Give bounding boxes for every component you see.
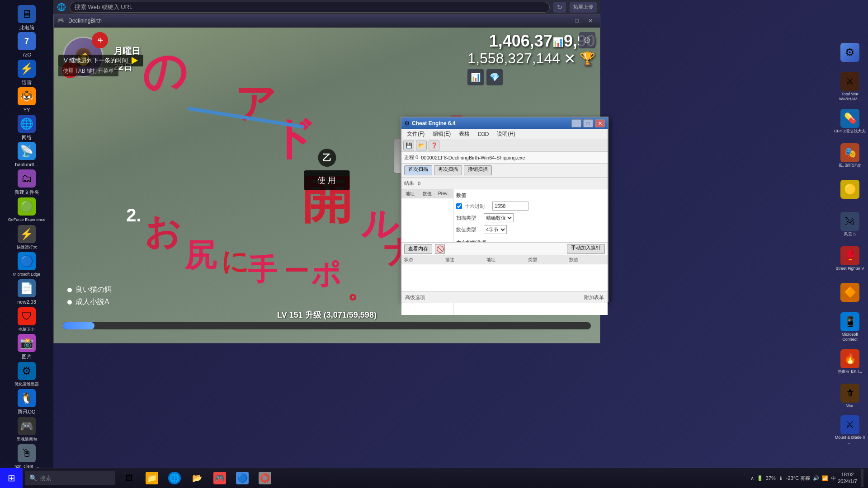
qq-icon: 🐧 (18, 389, 36, 407)
ce-titlebar: ⚙ Cheat Engine 6.4 — □ ✕ (401, 117, 608, 129)
right-sidebar-hot[interactable]: 🔥 热血火 EK I... (834, 345, 866, 378)
minimize-button[interactable]: — (557, 17, 569, 25)
tray-expand[interactable]: ∧ (750, 475, 754, 481)
task-view-button[interactable]: 🖼 (120, 468, 139, 488)
svg-text:。: 。 (347, 276, 372, 303)
right-sidebar-mb[interactable]: ⚔ Mount & Blade II ... (834, 414, 866, 446)
volume-icon[interactable]: 🔊 (813, 475, 819, 481)
sidebar-item-baidundt[interactable]: 📡 baidundt... (4, 142, 49, 169)
lang-icon[interactable]: 中 (831, 475, 836, 482)
ce-maximize-button[interactable]: □ (583, 119, 593, 127)
ce-menu-table[interactable]: 表格 (455, 129, 473, 139)
sidebar-item-n2n[interactable]: 🖱 n2n_client_... (4, 443, 49, 470)
ce-results-count: 0 (418, 181, 420, 186)
sidebar-item-souls[interactable]: 🎮 里魂装新包 (4, 416, 49, 443)
taskbar-folder[interactable]: 📂 (188, 468, 207, 488)
game-icon-2[interactable]: 💎 (486, 69, 503, 85)
sidebar-item-optimize[interactable]: ⚙ 优化运维整器 (4, 361, 49, 388)
ce-tool-save[interactable]: 💾 (403, 141, 414, 150)
sidebar-item-new203[interactable]: 📄 new2.03 (4, 279, 49, 305)
ce-datatype-select[interactable]: 4字节 (484, 225, 507, 234)
sidebar-item-newfile[interactable]: 🗂 新建文件夹 (4, 169, 49, 196)
right-sidebar-yellow[interactable]: 🟡 (834, 174, 866, 206)
taskbar-app1[interactable]: 🎮 (210, 468, 229, 488)
ce-tool-open[interactable]: 📂 (416, 141, 427, 150)
svg-text:2.: 2. (126, 205, 141, 225)
sidebar-label-optimize: 优化运维整器 (14, 382, 39, 387)
sidebar-item-qq[interactable]: 🐧 腾讯QQ (4, 389, 49, 415)
sidebar-item-computer[interactable]: 🖥 此电脑 (4, 5, 49, 31)
search-bar[interactable]: 🔍 (25, 471, 115, 485)
taskbar-edge[interactable]: 🌐 (165, 468, 184, 488)
browser-refresh-btn[interactable]: ↻ (553, 2, 566, 13)
settings-gear-button[interactable]: ⚙ (579, 32, 595, 48)
ce-delete-button[interactable]: 🚫 (435, 244, 445, 254)
right-sidebar-mud[interactable]: 🎭 观. 泥巴玩改 (834, 139, 866, 172)
show-desktop-btn[interactable] (861, 469, 863, 487)
ce-scantype-select[interactable]: 精确数值 (484, 213, 514, 222)
bullet-1 (67, 288, 72, 292)
ce-hex-input[interactable] (492, 202, 528, 211)
ce-scantype-row: 扫描类型 精确数值 (456, 213, 605, 222)
ce-menu-help[interactable]: 说明(H) (493, 129, 519, 139)
taskbar-explorer[interactable]: 📁 (142, 468, 161, 488)
clock[interactable]: 18:02 2024/1/7 (838, 471, 857, 485)
search-input[interactable] (40, 475, 108, 482)
ce-add-button[interactable]: 手动加入换针 (567, 244, 605, 254)
ce-col-desc: 描述 (443, 257, 484, 263)
list-item-label-2: 成人小説A (75, 297, 109, 307)
game-bottom-items: 良い猫の餌 成人小説A (67, 285, 112, 307)
right-sidebar-totalwar[interactable]: ⚔ Total War WARHAM... (834, 70, 866, 103)
ce-process-bar: 进程 0 000002EF8-DecliningBirth-Win64-Ship… (401, 152, 608, 164)
yellow-icon: 🟡 (840, 180, 859, 199)
game-icon-1[interactable]: 📊 (467, 69, 484, 85)
sidebar-item-network[interactable]: 🌐 网络 (4, 114, 49, 141)
ce-minimize-button[interactable]: — (571, 119, 581, 127)
ce-hex-checkbox[interactable] (456, 203, 462, 209)
ce-first-scan-button[interactable]: 首次扫描 (404, 165, 432, 175)
use-action-button[interactable]: 使 用 (304, 170, 349, 190)
ce-menu-edit[interactable]: 编辑(E) (429, 129, 454, 139)
sidebar-item-guard[interactable]: 🛡 电脑卫士 (4, 306, 49, 333)
sidebar-item-edge[interactable]: 🔵 Microsoft Edge (4, 251, 49, 278)
action-hint-button[interactable]: V 继续进到下一条的时间 (58, 55, 143, 66)
sidebar-item-quick[interactable]: ⚡ 快速运行大 (4, 224, 49, 251)
ce-menu-d3d[interactable]: D3D (474, 130, 492, 138)
ce-menu-file[interactable]: 文件(F) (403, 129, 428, 139)
taskbar-app2[interactable]: 🔵 (233, 468, 252, 488)
right-sidebar-wind[interactable]: 🌬 风云 5 (834, 208, 866, 240)
ce-undo-scan-button[interactable]: 撤销扫描 (464, 165, 492, 175)
sidebar-label-souls: 里魂装新包 (17, 437, 37, 442)
url-bar[interactable]: 搜索 Web 或键入 URL (70, 2, 550, 13)
right-sidebar-sf[interactable]: 🥊 Street Fighter V (834, 242, 866, 275)
sidebar-item-xunlei[interactable]: ⚡ 迅雷 (4, 59, 49, 86)
sidebar-label-xunlei: 迅雷 (22, 80, 32, 85)
app1-icon: 🎮 (213, 472, 226, 484)
sidebar-label-network: 网络 (22, 135, 32, 141)
sidebar-item-pictures[interactable]: 📸 图片 (4, 333, 49, 360)
browser-extend-btn[interactable]: 拓展上传 (570, 2, 597, 13)
sidebar-item-7zg[interactable]: 7 7zG (4, 32, 49, 59)
network-icon-tray[interactable]: 📶 (822, 475, 828, 481)
start-button[interactable]: ⊞ (0, 468, 23, 488)
game-titlebar: 🎮 DecliningBirth — □ ✕ (54, 14, 600, 28)
sidebar-item-geforce[interactable]: 🟢 GeForce Experience (4, 197, 49, 223)
ce-view-memory-button[interactable]: 查看内存 (404, 244, 432, 254)
temp-icon: 🌡 (778, 475, 783, 481)
game-window-icon: 🎮 (57, 17, 65, 24)
ce-close-button[interactable]: ✕ (595, 119, 605, 127)
right-sidebar-war2[interactable]: 🗡 War (834, 380, 866, 412)
edge-icon-sidebar: 🔵 (18, 252, 36, 270)
sidebar-item-yy[interactable]: 🐯 YY (4, 87, 49, 113)
close-button[interactable]: ✕ (585, 17, 596, 25)
window-controls: — □ ✕ (557, 17, 596, 25)
ce-next-scan-button[interactable]: 再次扫描 (434, 165, 462, 175)
maximize-button[interactable]: □ (571, 17, 583, 25)
right-sidebar-cfhd[interactable]: 💊 CFHD清洁找大夫 (834, 105, 866, 137)
right-sidebar-ce[interactable]: ⚙ (834, 36, 866, 69)
pictures-icon: 📸 (18, 334, 36, 352)
ce-tool-help[interactable]: ❓ (429, 141, 439, 150)
right-sidebar-ms[interactable]: 📱 Microsoft Connect (834, 311, 866, 343)
right-sidebar-orange[interactable]: 🔶 (834, 277, 866, 309)
taskbar-app3[interactable]: ⭕ (255, 468, 274, 488)
